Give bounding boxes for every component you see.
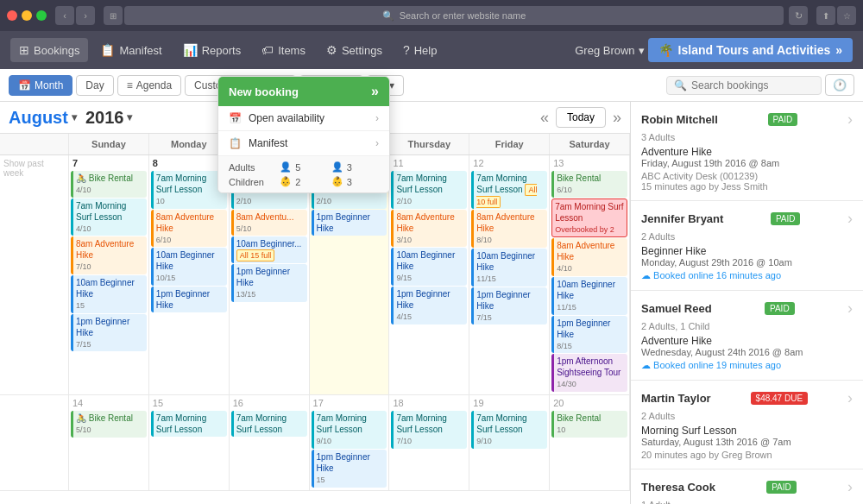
card2-time: ☁ Booked online 19 minutes ago xyxy=(641,360,853,371)
event-afternoon-13[interactable]: 1pm Afternoon Sightseeing Tour14/30 xyxy=(551,354,627,392)
close-button[interactable] xyxy=(7,10,17,21)
cell-17[interactable]: 17 7am Morning Surf Lesson9/10 1pm Begin… xyxy=(310,395,390,490)
event-morning-surf-12[interactable]: 7am Morning Surf Lesson All 10 full xyxy=(471,171,547,209)
children-count2-row: 👶 3 xyxy=(331,176,379,187)
nav-manifest[interactable]: 📋 Manifest xyxy=(91,38,170,62)
search-bar[interactable]: 🔍 xyxy=(666,76,822,95)
event-morning-surf-11[interactable]: 7am Morning Surf Lesson2/10 xyxy=(391,171,467,209)
event-beginner-1pm-13[interactable]: 1pm Beginner Hike8/15 xyxy=(551,316,627,354)
search-input[interactable] xyxy=(691,79,814,91)
event-bike-rental-14[interactable]: 🚴 Bike Rental5/10 xyxy=(71,411,147,438)
event-beginner-11[interactable]: 10am Beginner Hike9/15 xyxy=(391,248,467,286)
event-adventure-13[interactable]: 8am Adventure Hike4/10 xyxy=(551,238,627,276)
event-bike-rental-13[interactable]: Bike Rental6/10 xyxy=(551,171,627,198)
card0-arrow[interactable]: › xyxy=(847,110,853,129)
event-bike-rental-20[interactable]: Bike Rental10 xyxy=(551,411,627,438)
event-beginner-1pm-10[interactable]: 1pm Beginner Hike xyxy=(312,210,387,236)
event-beginner-hike-1pm-7[interactable]: 1pm Beginner Hike7/15 xyxy=(71,314,147,352)
cell-12[interactable]: 12 7am Morning Surf Lesson All 10 full 8… xyxy=(469,155,550,395)
bookmark-button[interactable]: ☆ xyxy=(837,6,856,25)
event-morning-surf-19[interactable]: 7am Morning Surf Lesson9/10 xyxy=(471,411,547,449)
calendar-year-arrow[interactable]: ▾ xyxy=(127,111,132,123)
clock-button[interactable]: 🕐 xyxy=(825,74,854,96)
event-beginner-1pm-17[interactable]: 1pm Beginner Hike15 xyxy=(312,450,387,488)
event-adventure-hike-8[interactable]: 8am Adventure Hike6/10 xyxy=(151,210,227,248)
date-12: 12 xyxy=(471,157,547,169)
share-button[interactable]: ⬆ xyxy=(816,6,835,25)
cell-13[interactable]: 13 Bike Rental6/10 7am Morning Surf Less… xyxy=(550,155,630,395)
card4-arrow[interactable]: › xyxy=(847,478,853,496)
calendar-month-arrow[interactable]: ▾ xyxy=(72,111,77,123)
address-bar[interactable]: 🔍 Search or enter website name xyxy=(124,6,784,25)
event-bike-rental-7[interactable]: 🚴 Bike Rental4/10 xyxy=(71,171,147,198)
event-beginner-1pm-9[interactable]: 1pm Beginner Hike13/15 xyxy=(231,264,307,302)
help-icon: ? xyxy=(403,43,410,57)
event-beginner-hike-8[interactable]: 10am Beginner Hike10/15 xyxy=(151,248,227,286)
event-morning-surf-18[interactable]: 7am Morning Surf Lesson7/10 xyxy=(391,411,467,449)
day-view-btn[interactable]: Day xyxy=(76,75,113,96)
open-availability-item[interactable]: 📅 Open availability › xyxy=(218,106,389,131)
event-beginner-hike-7[interactable]: 10am Beginner Hike15 xyxy=(71,275,147,313)
event-adventure-hike-7[interactable]: 8am Adventure Hike7/10 xyxy=(71,236,147,274)
card3-arrow[interactable]: › xyxy=(847,389,853,407)
event-beginner-12[interactable]: 10am Beginner Hike11/15 xyxy=(471,249,547,287)
refresh-button[interactable]: ↻ xyxy=(789,6,808,25)
back-button[interactable]: ‹ xyxy=(55,6,74,25)
event-morning-surf-16[interactable]: 7am Morning Surf Lesson xyxy=(231,411,307,437)
adults-label: Adults xyxy=(229,162,255,173)
event-morning-surf-7[interactable]: 7am Morning Surf Lesson4/10 xyxy=(71,198,147,236)
event-beginner-1pm-12[interactable]: 1pm Beginner Hike7/15 xyxy=(471,287,547,325)
event-adventure-9[interactable]: 8am Adventu...5/10 xyxy=(231,210,307,236)
manifest-item[interactable]: 📋 Manifest › xyxy=(218,131,389,156)
nav-reports[interactable]: 📊 Reports xyxy=(174,38,250,62)
adults-count-row: Adults xyxy=(229,161,276,173)
nav-help[interactable]: ? Help xyxy=(394,38,446,62)
event-adventure-11[interactable]: 8am Adventure Hike3/10 xyxy=(391,210,467,248)
calendar-month-year: August ▾ 2016 ▾ xyxy=(9,108,132,128)
event-beginner-13[interactable]: 10am Beginner Hike11/15 xyxy=(551,277,627,315)
cell-7[interactable]: 7 🚴 Bike Rental4/10 7am Morning Surf Les… xyxy=(69,155,149,395)
nav-settings[interactable]: ⚙ Settings xyxy=(318,38,391,62)
event-morning-surf-15[interactable]: 7am Morning Surf Lesson xyxy=(151,411,227,437)
event-morning-surf-17[interactable]: 7am Morning Surf Lesson9/10 xyxy=(312,411,387,449)
cell-14[interactable]: 14 🚴 Bike Rental5/10 xyxy=(69,395,149,490)
maximize-button[interactable] xyxy=(36,10,47,21)
cell-18[interactable]: 18 7am Morning Surf Lesson7/10 xyxy=(389,395,469,490)
event-morning-surf-8[interactable]: 7am Morning Surf Lesson10 xyxy=(151,171,227,209)
event-adventure-12[interactable]: 8am Adventure Hike8/10 xyxy=(471,210,547,248)
main-navbar: ⊞ Bookings 📋 Manifest 📊 Reports 🏷 Items … xyxy=(0,31,863,69)
today-btn[interactable]: Today xyxy=(556,107,606,128)
event-beginner-hike-1pm-8[interactable]: 1pm Beginner Hike xyxy=(151,287,227,312)
user-menu[interactable]: Greg Brown ▾ xyxy=(575,44,644,57)
cell-16[interactable]: 16 7am Morning Surf Lesson xyxy=(230,395,310,490)
cell-20[interactable]: 20 Bike Rental10 xyxy=(550,395,630,490)
card1-arrow[interactable]: › xyxy=(847,210,853,228)
nav-items[interactable]: 🏷 Items xyxy=(253,38,314,62)
date-14: 14 xyxy=(71,397,147,409)
card0-guests: 3 Adults xyxy=(641,132,853,142)
prev-month-btn[interactable]: « xyxy=(540,109,549,127)
date-19: 19 xyxy=(471,397,547,409)
cell-11[interactable]: 11 7am Morning Surf Lesson2/10 8am Adven… xyxy=(389,155,469,395)
card2-arrow[interactable]: › xyxy=(847,299,853,318)
cell-15[interactable]: 15 7am Morning Surf Lesson xyxy=(149,395,230,490)
event-beginner-1pm-11[interactable]: 1pm Beginner Hike4/15 xyxy=(391,287,467,324)
forward-button[interactable]: › xyxy=(76,6,95,25)
card4-header: Theresa Cook PAID › xyxy=(641,478,853,496)
minimize-button[interactable] xyxy=(22,10,32,21)
manifest-icon: 📋 xyxy=(100,43,115,57)
card1-header: Jennifer Bryant PAID › xyxy=(641,210,853,228)
open-availability-label: Open availability xyxy=(249,112,324,124)
event-beginner-9[interactable]: 10am Beginner... All 15 full xyxy=(231,236,307,263)
month-view-btn[interactable]: 📅 Month xyxy=(9,75,72,96)
view-button[interactable]: ⊞ xyxy=(104,6,123,25)
card2-badge: PAID xyxy=(765,302,795,315)
event-morning-surf-13[interactable]: 7am Morning Surf LessonOverbooked by 2 xyxy=(551,198,627,238)
card2-name: Samuel Reed xyxy=(641,302,712,315)
date-17: 17 xyxy=(312,397,387,409)
next-month-btn[interactable]: » xyxy=(613,109,621,127)
cell-19[interactable]: 19 7am Morning Surf Lesson9/10 xyxy=(469,395,550,490)
nav-bookings[interactable]: ⊞ Bookings xyxy=(10,38,88,62)
card4-badge: PAID xyxy=(766,481,797,494)
agenda-view-btn[interactable]: ≡ Agenda xyxy=(117,75,181,96)
